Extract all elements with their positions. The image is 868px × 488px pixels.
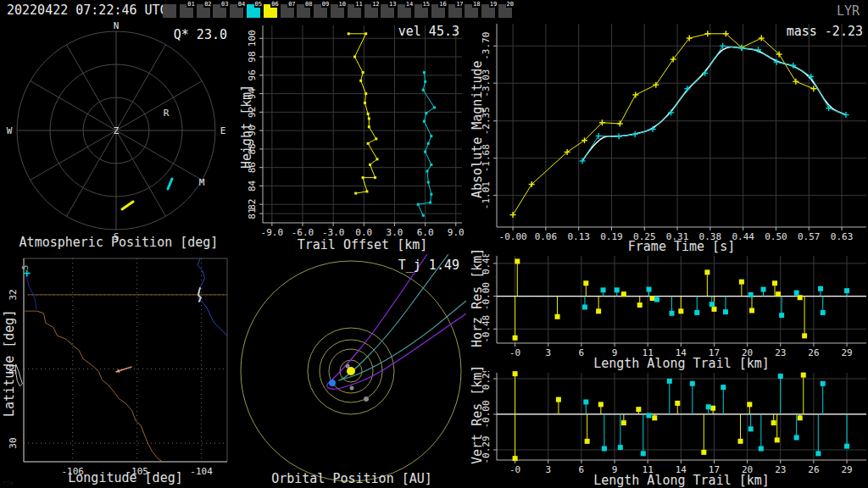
horz-residuals-plot: -0369111417202326290.48-0.00-0.48 — [466, 254, 868, 371]
frame-box-01[interactable]: 01 — [180, 4, 193, 18]
frame-number: 02 — [203, 1, 212, 8]
frame-box-03[interactable]: 03 — [213, 4, 226, 18]
svg-text:96: 96 — [247, 69, 258, 80]
q-value-label: Q* 23.0 — [174, 27, 227, 42]
trail-ylabel: Height [km] — [239, 85, 254, 169]
venus-dot — [350, 386, 354, 391]
compass-n: N — [114, 20, 120, 31]
frame-box-11[interactable]: 11 — [348, 4, 361, 18]
compass-zenith: Z — [114, 125, 120, 136]
svg-text:32: 32 — [8, 289, 19, 300]
svg-text:84: 84 — [247, 180, 258, 191]
track-number-label: 5 — [21, 265, 30, 269]
header-bar: 20220422 07:22:46 UTC 010203040506070809… — [0, 0, 868, 20]
frame-number: 20 — [506, 1, 515, 8]
vert-residuals-panel: -0369111417202326290.29-0.00-0.29 Length… — [466, 371, 868, 488]
compass-w: W — [7, 125, 13, 136]
mag-xlabel: Frame Time [s] — [497, 239, 866, 254]
frame-number: 07 — [287, 1, 296, 8]
frame-box-14[interactable]: 14 — [398, 4, 411, 18]
frame-box-13[interactable]: 13 — [381, 4, 394, 18]
frame-number: 03 — [220, 1, 229, 8]
svg-text:30: 30 — [8, 437, 19, 448]
frame-number: 04 — [237, 1, 246, 8]
compass-e: E — [220, 125, 226, 136]
horz-residuals-panel: -0369111417202326290.48-0.00-0.48 Length… — [466, 254, 868, 371]
trail-offset-panel: -9.0-6.0-3.00.03.06.09.01009896949290888… — [237, 20, 466, 254]
atmospheric-position-panel: NSEWZRM Q* 23.0 Atmospheric Position [de… — [0, 20, 237, 254]
sky-marker-r: R — [164, 108, 170, 119]
svg-text:-3.70: -3.70 — [481, 32, 492, 60]
frame-box-17[interactable]: 17 — [448, 4, 462, 18]
frame-box-15[interactable]: 15 — [415, 4, 428, 18]
frame-number: 11 — [354, 1, 363, 8]
horz-xlabel: Length Along Trail [km] — [497, 356, 866, 371]
frame-box-09[interactable]: 09 — [314, 4, 327, 18]
frame-box-02[interactable]: 02 — [197, 4, 210, 18]
frame-box-08[interactable]: 08 — [297, 4, 310, 18]
polar-title: Atmospheric Position [deg] — [0, 235, 237, 250]
svg-text:98: 98 — [247, 51, 258, 62]
frame-box-20[interactable]: 20 — [498, 4, 512, 18]
mars-dot — [364, 396, 369, 402]
velocity-label: vel 45.3 — [398, 24, 459, 39]
utc-timestamp: 20220422 07:22:46 UTC — [7, 3, 168, 18]
frame-number: 12 — [371, 1, 380, 8]
frame-number: 14 — [405, 1, 414, 8]
ground-map-panel: -106-105-1043031325 Longitude [deg] Lati… — [0, 254, 237, 488]
map-ylabel: Latitude [deg] — [2, 310, 17, 417]
frame-box-16[interactable]: 16 — [431, 4, 445, 18]
frame-number: 13 — [388, 1, 397, 8]
mass-label: mass -2.23 — [787, 24, 863, 39]
watermark-text: rjw — [3, 480, 14, 486]
frame-number: 10 — [338, 1, 347, 8]
app-screen: 20220422 07:22:46 UTC 010203040506070809… — [0, 0, 868, 488]
magnitude-plot: -0.000.060.130.190.250.310.380.440.500.5… — [466, 20, 868, 254]
frame-box-05[interactable]: 05 — [247, 4, 260, 18]
frame-box-07[interactable]: 07 — [281, 4, 294, 18]
frame-number: 06 — [270, 1, 279, 8]
frame-box-19[interactable]: 19 — [481, 4, 495, 18]
vert-residuals-plot: -0369111417202326290.29-0.00-0.29 — [466, 371, 868, 488]
frame-box-blank[interactable] — [163, 4, 176, 18]
vert-ylabel: Vert Res [km] — [470, 365, 485, 464]
svg-text:81: 81 — [247, 208, 258, 219]
trail-xlabel: Trail Offset [km] — [263, 237, 462, 252]
trail-offset-plot: -9.0-6.0-3.00.03.06.09.01009896949290888… — [237, 20, 466, 254]
frame-number: 16 — [438, 1, 447, 8]
ground-map-plot: -106-105-1043031325 — [0, 254, 237, 488]
vert-xlabel: Length Along Trail [km] — [497, 473, 866, 488]
svg-text:100: 100 — [247, 30, 258, 47]
frame-number: 08 — [304, 1, 313, 8]
shower-code-label: LYR — [837, 3, 860, 19]
orbital-position-panel: T_j 1.49 Orbital Position [AU] — [237, 254, 466, 488]
frame-number: 17 — [455, 1, 464, 8]
sun-dot — [347, 367, 355, 375]
frame-number: 05 — [254, 1, 263, 8]
frame-box-18[interactable]: 18 — [465, 4, 478, 18]
frame-number: 18 — [472, 1, 481, 8]
sky-marker-m: M — [199, 177, 205, 188]
frame-number: 15 — [422, 1, 431, 8]
frame-number: 01 — [186, 1, 195, 8]
mag-ylabel: Absolute Magnitude — [470, 60, 485, 198]
frame-number: 09 — [321, 1, 330, 8]
orbital-position-plot — [237, 254, 466, 488]
tisserand-label: T_j 1.49 — [398, 258, 459, 273]
orbit-title: Orbital Position [AU] — [237, 471, 466, 486]
horz-ylabel: Horz Res [km] — [470, 248, 485, 347]
frame-box-06[interactable]: 06 — [264, 4, 277, 18]
atmospheric-position-plot: NSEWZRM — [0, 20, 237, 254]
frame-box-10[interactable]: 10 — [331, 4, 344, 18]
frame-box-04[interactable]: 04 — [230, 4, 243, 18]
map-xlabel: Longitude [deg] — [24, 470, 227, 485]
frame-number: 19 — [489, 1, 498, 8]
earth-dot — [329, 380, 336, 386]
magnitude-panel: -0.000.060.130.190.250.310.380.440.500.5… — [466, 20, 868, 254]
frame-box-12[interactable]: 12 — [364, 4, 378, 18]
